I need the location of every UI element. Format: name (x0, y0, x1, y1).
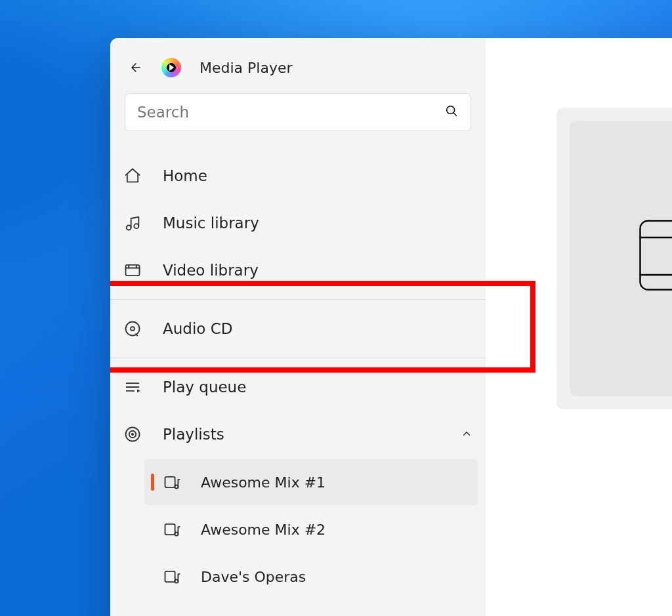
playlist-icon (163, 567, 181, 586)
playlist-item[interactable]: Awesome Mix #1 (144, 459, 478, 505)
search-box[interactable] (125, 93, 471, 131)
music-icon (123, 214, 142, 232)
home-icon (123, 167, 142, 185)
nav-label: Music library (163, 215, 259, 232)
svg-point-6 (134, 224, 138, 228)
nav-label: Home (163, 167, 207, 184)
media-player-window: Media Player Home Music libra (110, 38, 672, 616)
svg-rect-21 (165, 524, 175, 535)
nav-playlists-header[interactable]: Playlists (110, 411, 486, 458)
nav-play-queue[interactable]: Play queue (110, 363, 486, 411)
playlist-item[interactable]: Dave's Operas (144, 554, 478, 600)
nav-audio-cd[interactable]: Audio CD (110, 305, 486, 352)
nav-label: Video library (163, 262, 259, 279)
divider (110, 299, 486, 300)
queue-icon (123, 378, 142, 396)
back-button[interactable] (126, 59, 143, 76)
nav-list: Home Music library Video library Aud (110, 143, 486, 600)
svg-point-11 (126, 322, 140, 336)
svg-rect-7 (126, 265, 140, 276)
media-thumbnail (570, 121, 672, 396)
nav-label: Play queue (163, 379, 246, 396)
cd-icon (123, 319, 142, 338)
content-panel (486, 38, 672, 616)
app-logo-icon (161, 58, 181, 77)
playlist-label: Awesome Mix #1 (201, 474, 326, 491)
playlists-sublist: Awesome Mix #1 Awesome Mix #2 Dave's Ope… (110, 459, 486, 600)
svg-point-12 (131, 327, 135, 331)
playlists-icon (123, 425, 142, 443)
svg-rect-19 (165, 477, 175, 487)
search-icon (444, 104, 459, 121)
navigation-sidebar: Media Player Home Music libra (110, 38, 486, 616)
nav-label: Audio CD (163, 320, 232, 337)
nav-video-library[interactable]: Video library (110, 247, 486, 294)
nav-label: Playlists (163, 426, 224, 443)
selection-indicator (151, 474, 154, 491)
nav-home[interactable]: Home (110, 152, 486, 199)
title-bar: Media Player (110, 38, 486, 93)
film-icon (635, 213, 672, 298)
svg-point-5 (127, 226, 131, 230)
playlist-icon (163, 520, 181, 539)
divider (110, 358, 486, 358)
video-icon (123, 261, 142, 279)
app-title: Media Player (200, 60, 293, 76)
chevron-up-icon (461, 426, 472, 443)
playlist-icon (163, 473, 181, 491)
svg-rect-23 (165, 571, 175, 582)
nav-music-library[interactable]: Music library (110, 199, 486, 247)
svg-line-4 (453, 113, 456, 115)
playlist-label: Dave's Operas (201, 569, 306, 585)
playlist-item[interactable]: Awesome Mix #2 (144, 506, 478, 552)
media-card (556, 108, 672, 409)
playlist-label: Awesome Mix #2 (201, 522, 326, 538)
search-input[interactable] (137, 104, 444, 121)
svg-rect-0 (640, 221, 673, 290)
svg-point-18 (132, 434, 133, 435)
